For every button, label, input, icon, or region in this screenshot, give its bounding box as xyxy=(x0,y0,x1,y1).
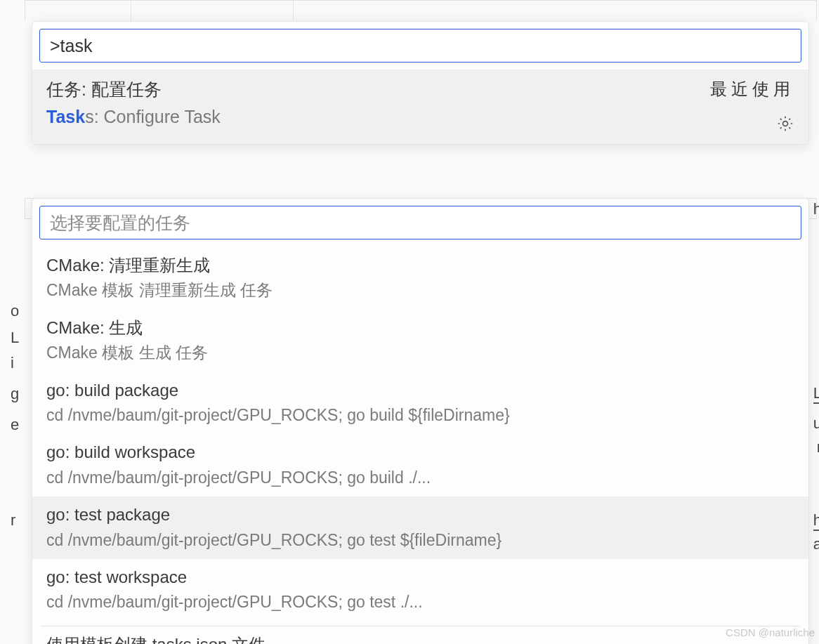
task-item-title: go: test package xyxy=(46,501,794,527)
svg-point-0 xyxy=(783,121,788,126)
task-item[interactable]: CMake: 生成CMake 模板 生成 任务 xyxy=(32,310,808,372)
task-list: CMake: 清理重新生成CMake 模板 清理重新生成 任务CMake: 生成… xyxy=(32,247,808,622)
task-item[interactable]: go: build packagecd /nvme/baum/git-proje… xyxy=(32,372,808,435)
result-text: 任务: 配置任务 Tasks: Configure Task xyxy=(46,77,710,130)
bg-fragment: h xyxy=(813,200,819,218)
task-item[interactable]: go: test workspacecd /nvme/baum/git-proj… xyxy=(32,559,808,622)
task-item[interactable]: go: build workspacecd /nvme/baum/git-pro… xyxy=(32,434,808,497)
bg-fragment: u xyxy=(813,414,819,433)
task-item-title: go: build workspace xyxy=(46,439,794,465)
bg-fragment: L xyxy=(813,384,819,404)
bg-fragment: g xyxy=(11,385,19,403)
task-item-title: CMake: 生成 xyxy=(46,315,794,341)
task-item[interactable]: go: test packagecd /nvme/baum/git-projec… xyxy=(32,497,808,559)
task-item-desc: CMake 模板 生成 任务 xyxy=(46,341,794,366)
task-item[interactable]: CMake: 清理重新生成CMake 模板 清理重新生成 任务 xyxy=(32,247,808,310)
result-subtitle: Tasks: Configure Task xyxy=(46,103,710,131)
match-highlight: Task xyxy=(46,107,85,126)
command-result-row[interactable]: 任务: 配置任务 Tasks: Configure Task 最近使用 xyxy=(32,70,808,144)
bg-fragment: h xyxy=(813,511,819,531)
task-item-desc: cd /nvme/baum/git-project/GPU_ROCKS; go … xyxy=(46,528,794,553)
watermark: CSDN @naturliche xyxy=(726,626,815,638)
bg-fragment: L xyxy=(11,329,19,347)
bg-fragment: o xyxy=(11,302,19,320)
result-right-top: 最近使用 xyxy=(710,78,794,133)
result-right-col: 最近使用 xyxy=(710,77,794,133)
task-item-desc: cd /nvme/baum/git-project/GPU_ROCKS; go … xyxy=(46,590,794,615)
background-tab-strip-1 xyxy=(25,0,817,21)
command-palette: 任务: 配置任务 Tasks: Configure Task 最近使用 xyxy=(32,21,809,145)
command-input[interactable] xyxy=(39,29,801,63)
task-item-title: CMake: 清理重新生成 xyxy=(46,252,794,278)
gear-icon[interactable] xyxy=(776,114,794,133)
match-rest: s: Configure Task xyxy=(85,107,221,126)
recent-used-label: 最近使用 xyxy=(710,78,794,100)
task-item-desc: CMake 模板 清理重新生成 任务 xyxy=(46,278,794,303)
task-item-title: go: build package xyxy=(46,377,794,403)
active-tab-highlight xyxy=(131,1,294,22)
create-tasks-json-row[interactable]: 使用模板创建 tasks.json 文件 xyxy=(32,626,808,644)
bg-fragment: e xyxy=(11,416,19,434)
task-config-palette: CMake: 清理重新生成CMake 模板 清理重新生成 任务CMake: 生成… xyxy=(32,198,809,644)
bg-fragment: a xyxy=(813,535,819,553)
result-title-cn: 任务: 配置任务 xyxy=(46,77,710,103)
task-item-desc: cd /nvme/baum/git-project/GPU_ROCKS; go … xyxy=(46,466,794,491)
bg-fragment: i xyxy=(11,354,14,372)
bg-fragment: r xyxy=(11,511,15,530)
task-config-input[interactable] xyxy=(39,206,801,239)
task-item-title: go: test workspace xyxy=(46,564,794,590)
task-item-desc: cd /nvme/baum/git-project/GPU_ROCKS; go … xyxy=(46,403,794,428)
